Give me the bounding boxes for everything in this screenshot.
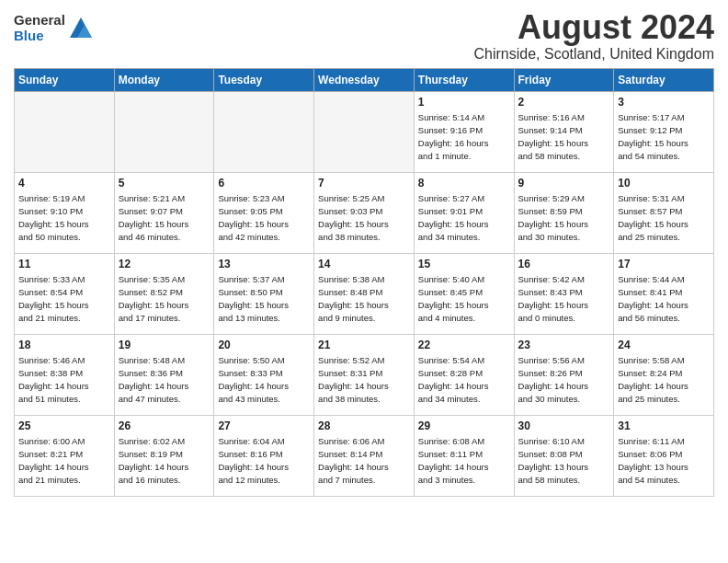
page-header: General Blue August 2024 Chirnside, Scot… [14, 9, 714, 63]
calendar-cell: 4Sunrise: 5:19 AM Sunset: 9:10 PM Daylig… [15, 172, 115, 253]
day-info: Sunrise: 6:04 AM Sunset: 8:16 PM Dayligh… [218, 435, 310, 486]
day-number: 2 [518, 95, 610, 110]
day-number: 24 [618, 338, 710, 353]
weekday-header: Tuesday [214, 68, 314, 91]
day-number: 7 [318, 176, 410, 191]
calendar-cell: 13Sunrise: 5:37 AM Sunset: 8:50 PM Dayli… [214, 253, 314, 334]
calendar-cell: 25Sunrise: 6:00 AM Sunset: 8:21 PM Dayli… [15, 415, 115, 496]
calendar-cell: 22Sunrise: 5:54 AM Sunset: 8:28 PM Dayli… [414, 334, 514, 415]
calendar-week-row: 4Sunrise: 5:19 AM Sunset: 9:10 PM Daylig… [15, 172, 714, 253]
day-info: Sunrise: 5:46 AM Sunset: 8:38 PM Dayligh… [18, 354, 110, 405]
day-info: Sunrise: 6:08 AM Sunset: 8:11 PM Dayligh… [418, 435, 510, 486]
day-info: Sunrise: 5:42 AM Sunset: 8:43 PM Dayligh… [518, 273, 610, 324]
calendar-cell: 3Sunrise: 5:17 AM Sunset: 9:12 PM Daylig… [614, 91, 714, 172]
day-info: Sunrise: 5:48 AM Sunset: 8:36 PM Dayligh… [119, 354, 210, 405]
day-info: Sunrise: 5:56 AM Sunset: 8:26 PM Dayligh… [518, 354, 610, 405]
weekday-header: Thursday [414, 68, 514, 91]
calendar-cell: 6Sunrise: 5:23 AM Sunset: 9:05 PM Daylig… [214, 172, 314, 253]
calendar-cell: 19Sunrise: 5:48 AM Sunset: 8:36 PM Dayli… [114, 334, 214, 415]
calendar-cell: 5Sunrise: 5:21 AM Sunset: 9:07 PM Daylig… [114, 172, 214, 253]
calendar-cell: 9Sunrise: 5:29 AM Sunset: 8:59 PM Daylig… [514, 172, 614, 253]
calendar-cell: 8Sunrise: 5:27 AM Sunset: 9:01 PM Daylig… [414, 172, 514, 253]
calendar-cell: 24Sunrise: 5:58 AM Sunset: 8:24 PM Dayli… [614, 334, 714, 415]
day-number: 6 [218, 176, 310, 191]
day-info: Sunrise: 5:16 AM Sunset: 9:14 PM Dayligh… [518, 111, 610, 162]
day-info: Sunrise: 5:23 AM Sunset: 9:05 PM Dayligh… [218, 192, 310, 243]
logo-general-text: General [14, 13, 65, 29]
day-info: Sunrise: 5:44 AM Sunset: 8:41 PM Dayligh… [618, 273, 710, 324]
calendar-week-row: 1Sunrise: 5:14 AM Sunset: 9:16 PM Daylig… [15, 91, 714, 172]
calendar-title: August 2024 [474, 9, 714, 46]
calendar-cell: 26Sunrise: 6:02 AM Sunset: 8:19 PM Dayli… [114, 415, 214, 496]
day-info: Sunrise: 5:37 AM Sunset: 8:50 PM Dayligh… [218, 273, 310, 324]
logo-icon [68, 16, 94, 41]
day-info: Sunrise: 5:25 AM Sunset: 9:03 PM Dayligh… [318, 192, 410, 243]
day-number: 5 [119, 176, 210, 191]
weekday-header: Monday [114, 68, 214, 91]
calendar-cell: 2Sunrise: 5:16 AM Sunset: 9:14 PM Daylig… [514, 91, 614, 172]
day-info: Sunrise: 5:17 AM Sunset: 9:12 PM Dayligh… [618, 111, 710, 162]
day-number: 22 [418, 338, 510, 353]
calendar-cell [314, 91, 415, 172]
day-number: 21 [318, 338, 410, 353]
calendar-cell: 1Sunrise: 5:14 AM Sunset: 9:16 PM Daylig… [414, 91, 514, 172]
day-number: 31 [618, 419, 710, 434]
day-number: 8 [418, 176, 510, 191]
calendar-cell: 20Sunrise: 5:50 AM Sunset: 8:33 PM Dayli… [214, 334, 314, 415]
day-number: 13 [218, 257, 310, 272]
calendar-cell: 17Sunrise: 5:44 AM Sunset: 8:41 PM Dayli… [614, 253, 714, 334]
calendar-cell: 29Sunrise: 6:08 AM Sunset: 8:11 PM Dayli… [414, 415, 514, 496]
weekday-header-row: SundayMondayTuesdayWednesdayThursdayFrid… [15, 68, 714, 91]
calendar-cell: 16Sunrise: 5:42 AM Sunset: 8:43 PM Dayli… [514, 253, 614, 334]
day-number: 16 [518, 257, 610, 272]
weekday-header: Wednesday [314, 68, 415, 91]
day-number: 25 [18, 419, 110, 434]
day-number: 17 [618, 257, 710, 272]
day-number: 18 [18, 338, 110, 353]
day-number: 19 [119, 338, 210, 353]
calendar-cell [15, 91, 115, 172]
calendar-cell: 15Sunrise: 5:40 AM Sunset: 8:45 PM Dayli… [414, 253, 514, 334]
day-info: Sunrise: 5:40 AM Sunset: 8:45 PM Dayligh… [418, 273, 510, 324]
calendar-cell: 28Sunrise: 6:06 AM Sunset: 8:14 PM Dayli… [314, 415, 415, 496]
day-number: 30 [518, 419, 610, 434]
weekday-header: Friday [514, 68, 614, 91]
day-info: Sunrise: 5:14 AM Sunset: 9:16 PM Dayligh… [418, 111, 510, 162]
day-number: 3 [618, 95, 710, 110]
day-info: Sunrise: 5:38 AM Sunset: 8:48 PM Dayligh… [318, 273, 410, 324]
day-info: Sunrise: 5:29 AM Sunset: 8:59 PM Dayligh… [518, 192, 610, 243]
day-info: Sunrise: 5:52 AM Sunset: 8:31 PM Dayligh… [318, 354, 410, 405]
day-info: Sunrise: 5:58 AM Sunset: 8:24 PM Dayligh… [618, 354, 710, 405]
calendar-cell: 12Sunrise: 5:35 AM Sunset: 8:52 PM Dayli… [114, 253, 214, 334]
calendar-week-row: 25Sunrise: 6:00 AM Sunset: 8:21 PM Dayli… [15, 415, 714, 496]
day-number: 10 [618, 176, 710, 191]
day-info: Sunrise: 6:02 AM Sunset: 8:19 PM Dayligh… [119, 435, 210, 486]
calendar-week-row: 11Sunrise: 5:33 AM Sunset: 8:54 PM Dayli… [15, 253, 714, 334]
calendar-week-row: 18Sunrise: 5:46 AM Sunset: 8:38 PM Dayli… [15, 334, 714, 415]
day-info: Sunrise: 5:31 AM Sunset: 8:57 PM Dayligh… [618, 192, 710, 243]
day-info: Sunrise: 6:00 AM Sunset: 8:21 PM Dayligh… [18, 435, 110, 486]
day-info: Sunrise: 5:21 AM Sunset: 9:07 PM Dayligh… [119, 192, 210, 243]
day-info: Sunrise: 5:54 AM Sunset: 8:28 PM Dayligh… [418, 354, 510, 405]
day-info: Sunrise: 5:27 AM Sunset: 9:01 PM Dayligh… [418, 192, 510, 243]
day-number: 1 [418, 95, 510, 110]
calendar-cell: 23Sunrise: 5:56 AM Sunset: 8:26 PM Dayli… [514, 334, 614, 415]
title-block: August 2024 Chirnside, Scotland, United … [474, 9, 714, 63]
calendar-cell: 18Sunrise: 5:46 AM Sunset: 8:38 PM Dayli… [15, 334, 115, 415]
day-number: 11 [18, 257, 110, 272]
day-info: Sunrise: 5:33 AM Sunset: 8:54 PM Dayligh… [18, 273, 110, 324]
logo: General Blue [14, 13, 94, 43]
day-number: 4 [18, 176, 110, 191]
calendar-cell: 30Sunrise: 6:10 AM Sunset: 8:08 PM Dayli… [514, 415, 614, 496]
day-info: Sunrise: 6:11 AM Sunset: 8:06 PM Dayligh… [618, 435, 710, 486]
day-number: 27 [218, 419, 310, 434]
day-number: 28 [318, 419, 410, 434]
logo-blue-text: Blue [14, 29, 65, 44]
calendar-table: SundayMondayTuesdayWednesdayThursdayFrid… [14, 68, 714, 497]
calendar-cell: 31Sunrise: 6:11 AM Sunset: 8:06 PM Dayli… [614, 415, 714, 496]
calendar-cell [114, 91, 214, 172]
day-info: Sunrise: 5:50 AM Sunset: 8:33 PM Dayligh… [218, 354, 310, 405]
calendar-cell: 14Sunrise: 5:38 AM Sunset: 8:48 PM Dayli… [314, 253, 415, 334]
calendar-cell: 27Sunrise: 6:04 AM Sunset: 8:16 PM Dayli… [214, 415, 314, 496]
calendar-cell: 10Sunrise: 5:31 AM Sunset: 8:57 PM Dayli… [614, 172, 714, 253]
